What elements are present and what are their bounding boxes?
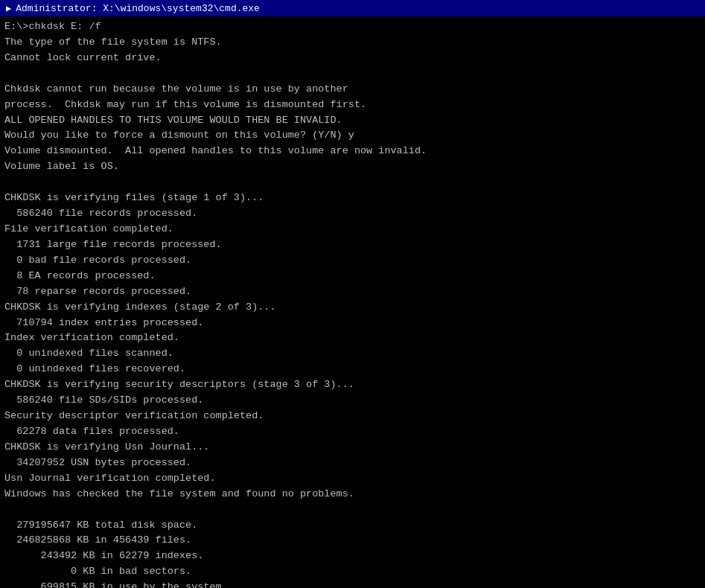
title-bar: ▶ Administrator: X:\windows\system32\cmd… (0, 0, 705, 16)
cmd-line (4, 66, 701, 82)
cmd-line: 78 reparse records processed. (4, 284, 701, 300)
cmd-line: Would you like to force a dismount on th… (4, 128, 701, 144)
cmd-line: CHKDSK is verifying indexes (stage 2 of … (4, 300, 701, 316)
cmd-line: 1731 large file records processed. (4, 237, 701, 253)
cmd-line: The type of the file system is NTFS. (4, 35, 701, 51)
cmd-line: 586240 file records processed. (4, 206, 701, 222)
cmd-line: Windows has checked the file system and … (4, 487, 701, 502)
cmd-line: 586240 file SDs/SIDs processed. (4, 393, 701, 409)
cmd-line: 246825868 KB in 456439 files. (4, 533, 701, 549)
cmd-line: ALL OPENED HANDLES TO THIS VOLUME WOULD … (4, 113, 701, 129)
cmd-line: CHKDSK is verifying security descriptors… (4, 377, 701, 393)
cmd-line: CHKDSK is verifying Usn Journal... (4, 440, 701, 456)
cmd-line: 710794 index entries processed. (4, 316, 701, 331)
cmd-line: Cannot lock current drive. (4, 51, 701, 66)
cmd-line: File verification completed. (4, 222, 701, 237)
title-bar-title: Administrator: X:\windows\system32\cmd.e… (16, 3, 260, 14)
cmd-line: 62278 data files processed. (4, 424, 701, 440)
cmd-line: CHKDSK is verifying files (stage 1 of 3)… (4, 191, 701, 206)
cmd-line: Usn Journal verification completed. (4, 471, 701, 487)
cmd-line (4, 175, 701, 191)
cmd-line: 0 unindexed files recovered. (4, 362, 701, 377)
cmd-window: E:\>chkdsk E: /fThe type of the file sys… (0, 16, 705, 588)
title-bar-icon: ▶ (6, 3, 11, 14)
cmd-line: 243492 KB in 62279 indexes. (4, 549, 701, 564)
cmd-line: Index verification completed. (4, 330, 701, 346)
cmd-line: process. Chkdsk may run if this volume i… (4, 98, 701, 113)
cmd-line: Security descriptor verification complet… (4, 409, 701, 424)
cmd-line: 0 bad file records processed. (4, 253, 701, 269)
cmd-line: 8 EA records processed. (4, 269, 701, 284)
cmd-line: 699815 KB in use by the system. (4, 580, 701, 588)
cmd-line: Volume label is OS. (4, 159, 701, 175)
cmd-line: Volume dismounted. All opened handles to… (4, 144, 701, 159)
cmd-line: 0 KB in bad sectors. (4, 564, 701, 580)
cmd-line: 34207952 USN bytes processed. (4, 456, 701, 471)
cmd-line: 0 unindexed files scanned. (4, 346, 701, 362)
cmd-line: 279195647 KB total disk space. (4, 518, 701, 534)
cmd-line: E:\>chkdsk E: /f (4, 19, 701, 35)
cmd-line (4, 502, 701, 518)
cmd-line: Chkdsk cannot run because the volume is … (4, 82, 701, 98)
